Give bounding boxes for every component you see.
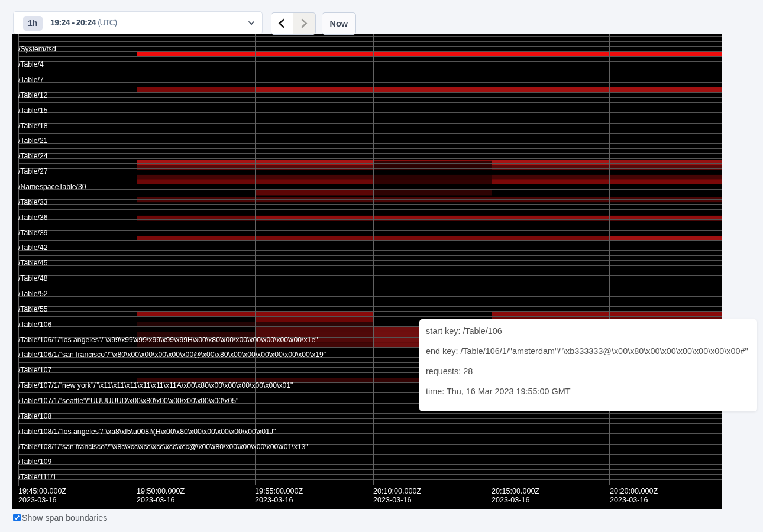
- svg-text:/Table/45: /Table/45: [18, 259, 48, 267]
- svg-text:20:15:00.000Z: 20:15:00.000Z: [492, 487, 540, 495]
- svg-text:/Table/52: /Table/52: [18, 290, 48, 298]
- svg-text:/Table/33: /Table/33: [18, 198, 48, 206]
- svg-text:2023-03-16: 2023-03-16: [373, 496, 411, 504]
- svg-text:/Table/27: /Table/27: [18, 167, 48, 176]
- svg-text:/Table/106: /Table/106: [18, 320, 51, 329]
- svg-text:/NamespaceTable/30: /NamespaceTable/30: [18, 183, 86, 191]
- svg-text:/Table/42: /Table/42: [18, 244, 48, 252]
- svg-text:/Table/39: /Table/39: [18, 229, 48, 237]
- svg-text:2023-03-16: 2023-03-16: [492, 496, 529, 504]
- svg-text:/Table/106/1/"los angeles"/"\x: /Table/106/1/"los angeles"/"\x99\x99\x99…: [18, 336, 318, 344]
- svg-text:/Table/109: /Table/109: [18, 458, 51, 466]
- svg-text:2023-03-16: 2023-03-16: [18, 496, 56, 504]
- svg-text:/Table/18: /Table/18: [18, 122, 48, 130]
- svg-text:/Table/7: /Table/7: [18, 76, 44, 84]
- svg-text:/Table/55: /Table/55: [18, 305, 48, 313]
- svg-text:/Table/15: /Table/15: [18, 106, 48, 115]
- svg-text:/Table/108/1/"los angeles"/"\x: /Table/108/1/"los angeles"/"\xa8\xf5\u00…: [18, 427, 276, 436]
- svg-text:2023-03-16: 2023-03-16: [610, 496, 648, 504]
- svg-text:20:10:00.000Z: 20:10:00.000Z: [373, 487, 422, 495]
- svg-text:/Table/48: /Table/48: [18, 274, 48, 283]
- svg-text:/Table/107: /Table/107: [18, 366, 51, 374]
- svg-text:19:45:00.000Z: 19:45:00.000Z: [18, 487, 67, 495]
- svg-text:/Table/4: /Table/4: [18, 60, 44, 69]
- svg-text:19:50:00.000Z: 19:50:00.000Z: [137, 487, 185, 495]
- svg-text:20:20:00.000Z: 20:20:00.000Z: [610, 487, 658, 495]
- svg-text:/Table/107/1/"seattle"/"UUUUUU: /Table/107/1/"seattle"/"UUUUUUD\x00\x80\…: [18, 397, 238, 405]
- svg-text:/Table/107/1/"new york"/"\x11\: /Table/107/1/"new york"/"\x11\x11\x11\x1…: [18, 381, 293, 390]
- svg-text:19:55:00.000Z: 19:55:00.000Z: [255, 487, 303, 495]
- svg-text:2023-03-16: 2023-03-16: [137, 496, 174, 504]
- svg-text:/Table/24: /Table/24: [18, 152, 48, 160]
- svg-text:/Table/21: /Table/21: [18, 137, 48, 145]
- svg-text:/Table/111/1: /Table/111/1: [18, 473, 57, 481]
- svg-text:/System/tsd: /System/tsd: [18, 45, 56, 53]
- svg-text:/Table/12: /Table/12: [18, 91, 48, 99]
- svg-text:/Table/106/1/"san francisco"/": /Table/106/1/"san francisco"/"\x80\x00\x…: [18, 351, 326, 359]
- svg-text:2023-03-16: 2023-03-16: [255, 496, 293, 504]
- svg-text:/Table/36: /Table/36: [18, 213, 48, 222]
- svg-text:/Table/108: /Table/108: [18, 412, 51, 420]
- svg-text:/Table/108/1/"san francisco"/": /Table/108/1/"san francisco"/"\x8c\xcc\x…: [18, 443, 308, 451]
